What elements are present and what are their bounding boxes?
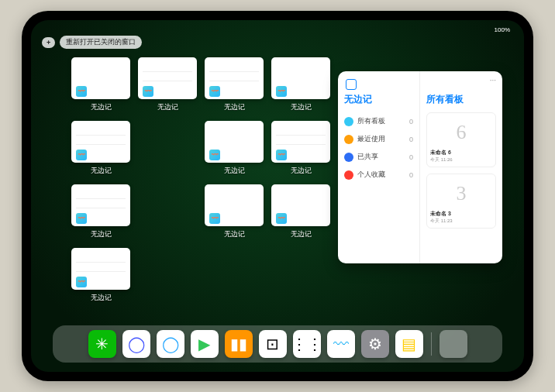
dock-app-notes[interactable]: ▤ [395,330,423,358]
freeform-app-icon: 〰 [276,150,287,160]
sidebar-item-count: 0 [409,136,413,143]
freeform-app-icon: 〰 [209,213,220,224]
sidebar-item-count: 0 [409,153,413,161]
thumbnail-window: 〰 [138,57,197,99]
thumbnail-label: 无边记 [157,102,178,112]
sidebar-item[interactable]: 已共享0 [344,148,413,166]
thumbnail-window: 〰 [71,184,130,226]
thumbnail-label: 无边记 [91,102,112,112]
thumbnail-label: 无边记 [91,166,112,176]
stage-thumbnail[interactable]: 〰无边记 [205,121,264,181]
sidebar-item-label: 所有看板 [357,116,385,126]
thumbnail-label: 无边记 [291,102,312,112]
thumbnail-window: 〰 [71,57,130,99]
sidebar-item-icon [344,135,353,144]
freeform-app-icon: 〰 [143,86,153,97]
active-app-window[interactable]: ··· 无边记 所有看板0最近使用0已共享0个人收藏0 所有看板 6未命名 6今… [338,71,502,263]
stage-thumbnail[interactable]: 〰无边记 [71,248,130,308]
thumbnail-window: 〰 [271,121,330,163]
dock-app-dice[interactable]: ⊡ [259,330,287,358]
dock-app-folder[interactable] [440,330,467,358]
stage-thumbnail[interactable]: 〰无边记 [205,57,264,118]
stage-thumbnail[interactable]: 〰无边记 [271,184,330,245]
stage-thumbnail[interactable]: 〰无边记 [71,57,130,118]
board-subtitle: 今天 11:26 [430,156,453,163]
thumbnail-label: 无边记 [224,166,245,176]
freeform-app-icon: 〰 [209,150,220,160]
ipad-screen: 100% + 重新打开已关闭的窗口 〰无边记〰无边记〰无边记〰无边记〰无边记〰无… [31,20,524,372]
ipad-frame: 100% + 重新打开已关闭的窗口 〰无边记〰无边记〰无边记〰无边记〰无边记〰无… [22,11,533,381]
dock: ✳◯◯▶▮▮⊡⋮⋮〰⚙▤ [53,325,502,363]
freeform-app-icon: 〰 [276,213,287,224]
freeform-app-icon: 〰 [76,86,87,97]
freeform-sidebar: 无边记 所有看板0最近使用0已共享0个人收藏0 [338,71,420,263]
freeform-app-icon: 〰 [76,150,87,160]
add-button[interactable]: + [42,37,55,48]
board-preview: 6 [440,116,483,149]
thumbnail-window: 〰 [205,184,264,226]
thumbnail-window: 〰 [71,248,130,290]
sidebar-item-count: 0 [409,118,413,126]
thumbnail-label: 无边记 [91,293,112,303]
sidebar-item-icon [344,153,353,162]
top-bar: + 重新打开已关闭的窗口 [42,36,142,49]
sidebar-item[interactable]: 个人收藏0 [344,166,413,184]
dock-app-freeform[interactable]: 〰 [327,330,355,358]
stage-thumbnail[interactable]: 〰无边记 [271,57,330,118]
sidebar-item[interactable]: 最近使用0 [344,130,413,148]
content-title: 所有看板 [426,93,496,106]
sidebar-item-icon [344,170,353,180]
stage-thumbnail[interactable]: 〰无边记 [271,121,330,181]
board-title: 未命名 6 [430,149,451,156]
sidebar-item-icon [344,117,353,126]
thumbnail-label: 无边记 [224,102,245,112]
reopen-window-button[interactable]: 重新打开已关闭的窗口 [60,36,142,49]
board-card[interactable]: 6未命名 6今天 11:26 [426,112,496,167]
thumbnail-window: 〰 [71,121,130,163]
thumbnail-label: 无边记 [291,229,312,239]
stage-thumbnail[interactable]: 〰无边记 [205,184,264,245]
thumbnail-window: 〰 [205,121,264,163]
sidebar-item-label: 个人收藏 [357,170,385,180]
dock-app-settings[interactable]: ⚙ [361,330,389,358]
board-preview: 3 [440,177,483,210]
sidebar-item[interactable]: 所有看板0 [344,112,413,130]
sidebar-title: 无边记 [344,93,413,106]
freeform-app-icon: 〰 [76,277,87,287]
stage-thumbnail[interactable]: 〰无边记 [71,184,130,245]
thumbnail-label: 无边记 [224,229,245,239]
dock-app-nodes[interactable]: ⋮⋮ [293,330,321,358]
dock-app-browser-circle[interactable]: ◯ [122,330,150,358]
sidebar-item-label: 已共享 [357,152,378,162]
thumbnail-window: 〰 [271,57,330,99]
dock-app-books[interactable]: ▮▮ [225,330,253,358]
freeform-app-icon: 〰 [76,213,87,224]
dock-separator [431,332,432,356]
thumbnail-label: 无边记 [91,229,112,239]
dock-app-wechat[interactable]: ✳ [88,330,116,358]
board-subtitle: 今天 11:23 [430,218,453,225]
thumbnail-window: 〰 [205,57,264,99]
stage-thumbnail[interactable]: 〰无边记 [71,121,130,181]
dock-app-play[interactable]: ▶ [191,330,219,358]
stage-manager-grid: 〰无边记〰无边记〰无边记〰无边记〰无边记〰无边记〰无边记〰无边记〰无边记〰无边记… [71,57,327,308]
board-card[interactable]: 3未命名 3今天 11:23 [426,174,496,229]
sidebar-item-count: 0 [409,171,413,179]
thumbnail-label: 无边记 [291,166,312,176]
status-battery: 100% [495,26,510,33]
thumbnail-window: 〰 [271,184,330,226]
status-bar: 100% [31,23,524,36]
freeform-app-icon: 〰 [209,86,220,97]
stage-thumbnail[interactable]: 〰无边记 [138,57,197,118]
board-title: 未命名 3 [430,210,451,218]
dock-app-browser-q[interactable]: ◯ [157,330,184,358]
freeform-content: 所有看板 6未命名 6今天 11:263未命名 3今天 11:23 [420,71,502,263]
sidebar-item-label: 最近使用 [357,134,385,144]
window-menu-icon[interactable]: ··· [490,76,496,84]
sidebar-toggle-icon[interactable] [346,79,357,90]
freeform-app-icon: 〰 [276,86,287,97]
